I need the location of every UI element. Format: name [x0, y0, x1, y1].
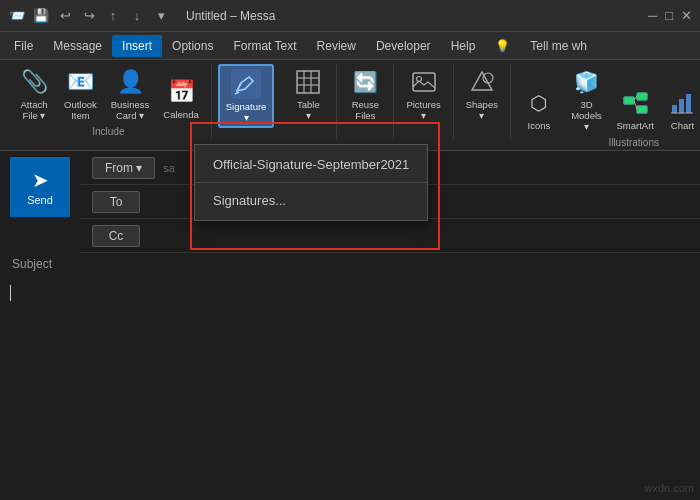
ribbon-attach-file[interactable]: 📎 AttachFile ▾	[12, 64, 56, 124]
models-icon: 🧊	[571, 67, 601, 97]
menu-insert[interactable]: Insert	[112, 35, 162, 57]
menu-review[interactable]: Review	[307, 35, 366, 57]
ribbon-signature[interactable]: Signature▾	[218, 64, 275, 128]
to-button[interactable]: To	[92, 191, 140, 213]
menu-file[interactable]: File	[4, 35, 43, 57]
ribbon-group-shapes: Shapes▾ .	[454, 64, 511, 139]
redo-icon[interactable]: ↪	[80, 7, 98, 25]
sig-group-label: .	[245, 128, 248, 143]
menu-bar: File Message Insert Options Format Text …	[0, 32, 700, 60]
svg-rect-11	[637, 106, 647, 113]
menu-format-text[interactable]: Format Text	[223, 35, 306, 57]
watermark: wxdn.com	[644, 482, 694, 494]
menu-tell-me[interactable]: Tell me wh	[520, 35, 597, 57]
ribbon-groups: 📎 AttachFile ▾ 📧 OutlookItem 👤 BusinessC…	[6, 64, 694, 150]
sig-option-manage[interactable]: Signatures...	[195, 185, 427, 216]
send-icon: ➤	[32, 168, 49, 192]
ribbon-group-reuse: 🔄 ReuseFiles .	[337, 64, 394, 139]
ribbon-group-signature: Signature▾ .	[212, 64, 281, 143]
menu-developer[interactable]: Developer	[366, 35, 441, 57]
smartart-icon	[620, 88, 650, 118]
illustrations-label: Illustrations	[608, 135, 659, 150]
shapes-icon	[467, 67, 497, 97]
compose-body[interactable]	[0, 275, 700, 425]
menu-help[interactable]: Help	[441, 35, 486, 57]
svg-line-13	[634, 101, 637, 109]
close-icon[interactable]: ✕	[681, 8, 692, 23]
maximize-icon[interactable]: □	[665, 8, 673, 23]
window-controls: ─ □ ✕	[648, 8, 692, 23]
ribbon-table[interactable]: Table▾	[286, 64, 330, 124]
ribbon-pictures[interactable]: Pictures▾	[400, 64, 446, 124]
include-group-label: Include	[92, 124, 124, 139]
ribbon-group-table: Table▾ .	[280, 64, 337, 139]
menu-message[interactable]: Message	[43, 35, 112, 57]
calendar-icon: 📅	[166, 77, 196, 107]
ribbon-business-card[interactable]: 👤 BusinessCard ▾	[105, 64, 156, 124]
menu-bulb[interactable]: 💡	[485, 35, 520, 57]
title-bar: 📨 💾 ↩ ↪ ↑ ↓ ▾ Untitled – Messa ─ □ ✕	[0, 0, 700, 32]
send-button[interactable]: ➤ Send	[10, 157, 70, 217]
ribbon-smartart[interactable]: SmartArt	[612, 83, 658, 135]
text-cursor	[10, 285, 11, 301]
ribbon-outlook-item[interactable]: 📧 OutlookItem	[58, 64, 103, 124]
save-icon[interactable]: 💾	[32, 7, 50, 25]
undo-icon[interactable]: ↩	[56, 7, 74, 25]
up-icon[interactable]: ↑	[104, 7, 122, 25]
svg-rect-6	[413, 73, 435, 91]
svg-rect-14	[672, 105, 677, 113]
outlook-item-icon: 📧	[65, 67, 95, 97]
ribbon-icons[interactable]: ⬡ Icons	[517, 83, 561, 135]
ribbon-include-row: 📎 AttachFile ▾ 📧 OutlookItem 👤 BusinessC…	[12, 64, 205, 124]
signature-icon	[231, 69, 261, 99]
cc-button[interactable]: Cc	[92, 225, 140, 247]
svg-rect-1	[297, 71, 319, 93]
minimize-icon[interactable]: ─	[648, 8, 657, 23]
table-icon	[293, 67, 323, 97]
app-icon: 📨	[8, 7, 26, 25]
more-icon[interactable]: ▾	[152, 7, 170, 25]
svg-rect-9	[624, 97, 634, 104]
sig-separator	[195, 182, 427, 183]
icons-icon: ⬡	[524, 88, 554, 118]
business-card-icon: 👤	[115, 67, 145, 97]
down-icon[interactable]: ↓	[128, 7, 146, 25]
ribbon-shapes[interactable]: Shapes▾	[460, 64, 504, 124]
title-bar-left: 📨 💾 ↩ ↪ ↑ ↓ ▾ Untitled – Messa	[8, 7, 275, 25]
svg-rect-10	[637, 93, 647, 100]
ribbon-reuse-files[interactable]: 🔄 ReuseFiles	[343, 64, 387, 124]
subject-label: Subject	[0, 253, 700, 275]
ribbon-group-include: 📎 AttachFile ▾ 📧 OutlookItem 👤 BusinessC…	[6, 64, 212, 139]
ribbon-3d-models[interactable]: 🧊 3DModels ▾	[563, 64, 610, 135]
window-title: Untitled – Messa	[186, 9, 275, 23]
svg-rect-15	[679, 99, 684, 113]
ribbon-group-illustrations: ⬡ Icons 🧊 3DModels ▾	[511, 64, 700, 150]
save-indicator: sa	[163, 162, 175, 174]
compose-left: ➤ Send	[0, 151, 80, 253]
chart-icon	[667, 88, 697, 118]
ribbon-group-pictures: Pictures▾ .	[394, 64, 453, 139]
svg-rect-16	[686, 94, 691, 113]
ribbon-calendar[interactable]: 📅 Calenda	[157, 72, 204, 124]
attach-icon: 📎	[19, 67, 49, 97]
from-button[interactable]: From ▾	[92, 157, 155, 179]
reuse-icon: 🔄	[350, 67, 380, 97]
ribbon: 📎 AttachFile ▾ 📧 OutlookItem 👤 BusinessC…	[0, 60, 700, 151]
ribbon-chart[interactable]: Chart	[660, 83, 700, 135]
menu-options[interactable]: Options	[162, 35, 223, 57]
cc-field: Cc	[80, 219, 700, 253]
pictures-icon	[409, 67, 439, 97]
signature-dropdown: Official-Signature-September2021 Signatu…	[194, 144, 428, 221]
sig-option-official[interactable]: Official-Signature-September2021	[195, 149, 427, 180]
